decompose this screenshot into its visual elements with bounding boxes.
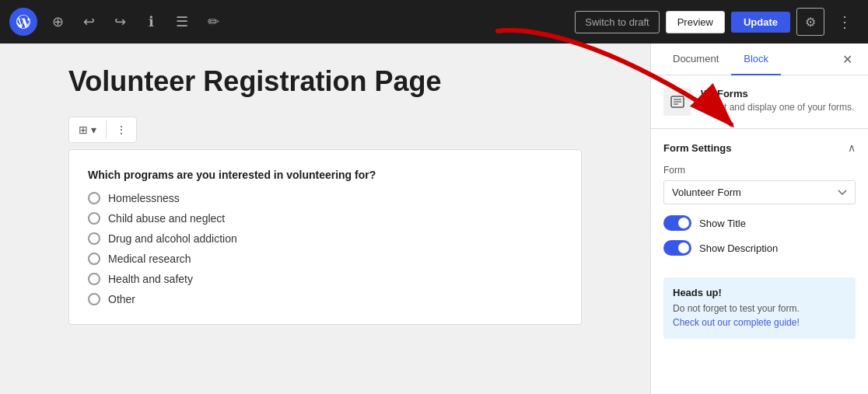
heads-up-link[interactable]: Check out our complete guide! bbox=[673, 317, 800, 328]
option-label-4: Medical research bbox=[108, 253, 191, 265]
radio-homelessness[interactable] bbox=[88, 192, 100, 204]
settings-section: Form Settings ∧ Form Volunteer Form Cont… bbox=[651, 129, 868, 277]
close-icon: ✕ bbox=[842, 52, 852, 67]
block-info-title: WPForms bbox=[701, 88, 854, 99]
info-button[interactable]: ℹ bbox=[137, 8, 165, 36]
edit-button[interactable]: ✏ bbox=[199, 8, 227, 36]
show-description-label: Show Description bbox=[699, 242, 778, 254]
block-info-description: Select and display one of your forms. bbox=[701, 101, 854, 114]
block-more-options-button[interactable]: ⋮ bbox=[110, 120, 133, 139]
option-label-1: Homelessness bbox=[108, 192, 180, 204]
gear-icon: ⚙ bbox=[805, 15, 816, 30]
tab-block[interactable]: Block bbox=[731, 44, 781, 75]
form-options: Homelessness Child abuse and neglect Dru… bbox=[88, 192, 562, 305]
grid-icon: ⊞ bbox=[79, 124, 88, 136]
sidebar: Document Block ✕ WPForms Select and disp… bbox=[650, 44, 868, 394]
topbar-icons: ⊕ ↩ ↪ ℹ ☰ ✏ bbox=[44, 8, 227, 36]
settings-button[interactable]: ⚙ bbox=[796, 8, 824, 36]
heads-up-box: Heads up! Do not forget to test your for… bbox=[663, 277, 856, 339]
wpforms-block-icon bbox=[663, 88, 691, 116]
topbar-right: Switch to draft Preview Update ⚙ ⋮ bbox=[575, 8, 859, 36]
form-option-1: Homelessness bbox=[88, 192, 562, 204]
show-title-label: Show Title bbox=[699, 218, 746, 229]
block-info-text: WPForms Select and display one of your f… bbox=[701, 88, 854, 114]
form-field-select: Form Volunteer Form Contact Form Registr… bbox=[663, 165, 856, 204]
settings-title: Form Settings bbox=[663, 142, 731, 154]
undo-button[interactable]: ↩ bbox=[75, 8, 103, 36]
form-option-4: Medical research bbox=[88, 253, 562, 265]
option-label-2: Child abuse and neglect bbox=[108, 212, 225, 225]
ellipsis-icon: ⋮ bbox=[837, 12, 852, 31]
heads-up-title: Heads up! bbox=[673, 287, 846, 298]
form-field-label: Form bbox=[663, 165, 856, 176]
show-description-toggle[interactable] bbox=[663, 240, 691, 256]
toolbar-divider bbox=[106, 120, 107, 139]
form-block: Which programs are you interested in vol… bbox=[68, 149, 582, 325]
radio-other[interactable] bbox=[88, 293, 100, 305]
heads-up-body-text: Do not forget to test your form. bbox=[673, 303, 800, 314]
block-info: WPForms Select and display one of your f… bbox=[651, 75, 868, 129]
form-select-dropdown[interactable]: Volunteer Form Contact Form Registration… bbox=[663, 180, 856, 204]
heads-up-text: Do not forget to test your form. Check o… bbox=[673, 302, 846, 329]
block-type-button[interactable]: ⊞ ▾ bbox=[72, 120, 103, 139]
chevron-down-icon: ▾ bbox=[91, 124, 96, 136]
tab-document[interactable]: Document bbox=[660, 44, 731, 75]
option-label-6: Other bbox=[108, 293, 135, 305]
editor-main: Volunteer Registration Page ⊞ ▾ ⋮ Which … bbox=[0, 44, 650, 394]
settings-collapse-button[interactable]: ∧ bbox=[848, 141, 856, 154]
sidebar-close-button[interactable]: ✕ bbox=[836, 44, 859, 75]
option-label-5: Health and safety bbox=[108, 273, 193, 285]
block-toolbar: ⊞ ▾ ⋮ bbox=[68, 117, 137, 143]
show-description-row: Show Description bbox=[663, 240, 856, 256]
form-option-6: Other bbox=[88, 293, 562, 305]
form-option-3: Drug and alcohol addiction bbox=[88, 232, 562, 245]
more-options-button[interactable]: ⋮ bbox=[831, 8, 859, 36]
show-title-row: Show Title bbox=[663, 215, 856, 231]
form-option-5: Health and safety bbox=[88, 273, 562, 285]
main-layout: Volunteer Registration Page ⊞ ▾ ⋮ Which … bbox=[0, 44, 868, 394]
page-title[interactable]: Volunteer Registration Page bbox=[68, 62, 582, 101]
radio-child-abuse[interactable] bbox=[88, 212, 100, 225]
redo-button[interactable]: ↪ bbox=[106, 8, 134, 36]
form-option-2: Child abuse and neglect bbox=[88, 212, 562, 225]
editor-content: Volunteer Registration Page ⊞ ▾ ⋮ Which … bbox=[68, 62, 582, 325]
more-icon: ⋮ bbox=[116, 124, 127, 136]
radio-medical[interactable] bbox=[88, 253, 100, 265]
radio-health[interactable] bbox=[88, 273, 100, 285]
radio-drug-addiction[interactable] bbox=[88, 232, 100, 245]
preview-button[interactable]: Preview bbox=[666, 11, 725, 33]
add-button[interactable]: ⊕ bbox=[44, 8, 72, 36]
wp-logo[interactable] bbox=[9, 8, 37, 36]
sidebar-tabs: Document Block ✕ bbox=[651, 44, 868, 75]
option-label-3: Drug and alcohol addiction bbox=[108, 232, 237, 245]
chevron-up-icon: ∧ bbox=[848, 141, 856, 154]
form-question: Which programs are you interested in vol… bbox=[88, 169, 562, 181]
topbar: ⊕ ↩ ↪ ℹ ☰ ✏ Switch to draft Preview Upda… bbox=[0, 0, 868, 44]
list-view-button[interactable]: ☰ bbox=[168, 8, 196, 36]
show-title-toggle[interactable] bbox=[663, 215, 691, 231]
switch-to-draft-button[interactable]: Switch to draft bbox=[575, 11, 659, 33]
settings-header: Form Settings ∧ bbox=[663, 141, 856, 154]
update-button[interactable]: Update bbox=[731, 12, 790, 33]
